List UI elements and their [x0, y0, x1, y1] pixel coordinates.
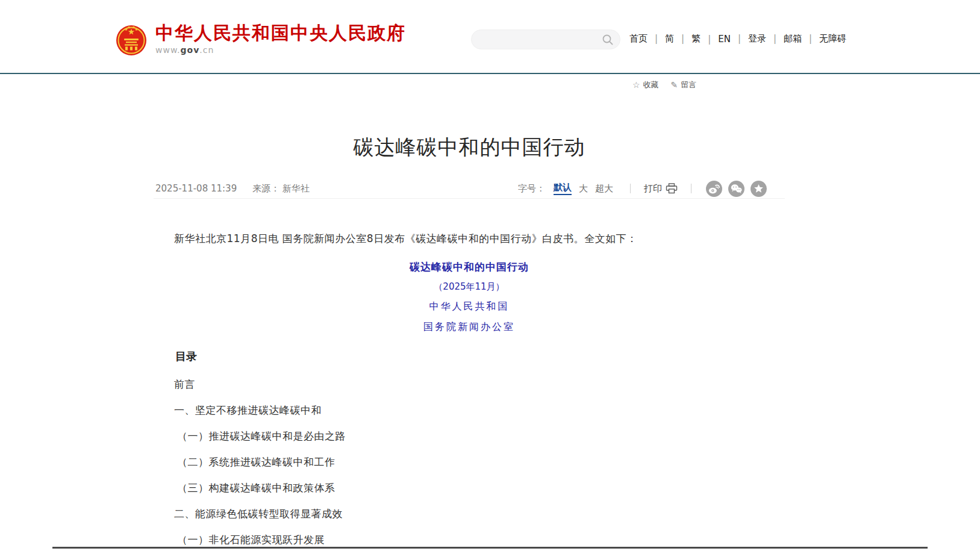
site-url-cn: .cn — [199, 45, 214, 55]
top-nav: 首页 简 繁 EN 登录 邮箱 无障碍 — [629, 33, 846, 45]
font-size-label: 字号： — [518, 183, 545, 195]
print-button[interactable]: 打印 — [644, 183, 678, 195]
toc-item: 前言 — [174, 379, 785, 390]
action-row: ☆ 收藏 ✎ 留言 — [632, 79, 696, 90]
favorite-button[interactable]: ☆ 收藏 — [632, 79, 659, 90]
nav-simplified[interactable]: 简 — [648, 33, 674, 45]
weibo-share-icon[interactable] — [706, 181, 722, 197]
font-size-default-button[interactable]: 默认 — [554, 182, 572, 195]
qzone-star-share-icon[interactable] — [751, 181, 767, 197]
nav-login[interactable]: 登录 — [731, 33, 766, 45]
search-box[interactable] — [471, 30, 620, 49]
article-body: 新华社北京11月8日电 国务院新闻办公室8日发布《碳达峰碳中和的中国行动》白皮书… — [119, 232, 819, 545]
search-icon[interactable] — [602, 34, 614, 46]
site-url-gov: gov — [181, 45, 200, 55]
message-label: 留言 — [681, 79, 696, 90]
footer-top-edge — [52, 547, 928, 549]
article-meta-row: 2025-11-08 11:39 来源： 新华社 字号： 默认 大 超大 打印 — [154, 181, 785, 199]
site-title: 中华人民共和国中央人民政府 — [155, 23, 406, 43]
article-meta-left: 2025-11-08 11:39 来源： 新华社 — [155, 183, 310, 195]
article-source: 来源： 新华社 — [252, 183, 310, 195]
nav-accessibility[interactable]: 无障碍 — [802, 33, 846, 45]
print-label: 打印 — [644, 183, 662, 195]
message-button[interactable]: ✎ 留言 — [671, 79, 697, 90]
site-url: www.gov.cn — [155, 45, 406, 55]
toc-item: （一）非化石能源实现跃升发展 — [177, 534, 785, 545]
font-size-large-button[interactable]: 大 — [579, 183, 588, 195]
divider — [691, 184, 691, 193]
nav-home[interactable]: 首页 — [629, 33, 648, 45]
nav-english[interactable]: EN — [701, 34, 731, 45]
site-header: 中华人民共和国中央人民政府 www.gov.cn 首页 简 繁 EN 登录 邮箱… — [0, 0, 980, 74]
wechat-share-icon[interactable] — [728, 181, 744, 197]
share-icons — [706, 181, 767, 197]
document-org-line1: 中华人民共和国 — [154, 300, 785, 313]
font-size-xlarge-button[interactable]: 超大 — [595, 183, 613, 195]
document-date: （2025年11月） — [154, 281, 785, 293]
divider — [630, 184, 631, 193]
site-url-www: www. — [155, 45, 181, 55]
toc-item: 一、坚定不移推进碳达峰碳中和 — [174, 405, 785, 416]
toc-item: （一）推进碳达峰碳中和是必由之路 — [177, 431, 785, 441]
pencil-icon: ✎ — [671, 80, 678, 90]
toc-item: （二）系统推进碳达峰碳中和工作 — [177, 456, 785, 467]
toc-item: （三）构建碳达峰碳中和政策体系 — [177, 482, 785, 493]
article-meta-right: 字号： 默认 大 超大 打印 — [518, 181, 767, 196]
brand-text: 中华人民共和国中央人民政府 www.gov.cn — [155, 23, 406, 55]
toc-item: 二、能源绿色低碳转型取得显著成效 — [174, 508, 785, 519]
nav-traditional[interactable]: 繁 — [674, 33, 701, 45]
brand: 中华人民共和国中央人民政府 www.gov.cn — [116, 23, 406, 58]
printer-icon — [666, 183, 678, 194]
page-title: 碳达峰碳中和的中国行动 — [119, 108, 819, 159]
nav-mail[interactable]: 邮箱 — [766, 33, 802, 45]
document-title: 碳达峰碳中和的中国行动 — [154, 260, 785, 274]
star-outline-icon: ☆ — [632, 80, 640, 90]
article-card: 碳达峰碳中和的中国行动 2025-11-08 11:39 来源： 新华社 字号：… — [119, 108, 819, 547]
favorite-label: 收藏 — [643, 79, 659, 90]
national-emblem-icon — [116, 23, 147, 58]
toc-heading: 目录 — [175, 349, 785, 364]
lead-paragraph: 新华社北京11月8日电 国务院新闻办公室8日发布《碳达峰碳中和的中国行动》白皮书… — [154, 232, 785, 244]
document-org-line2: 国务院新闻办公室 — [154, 321, 785, 334]
article-date: 2025-11-08 11:39 — [155, 183, 237, 195]
search-input[interactable] — [472, 30, 602, 49]
